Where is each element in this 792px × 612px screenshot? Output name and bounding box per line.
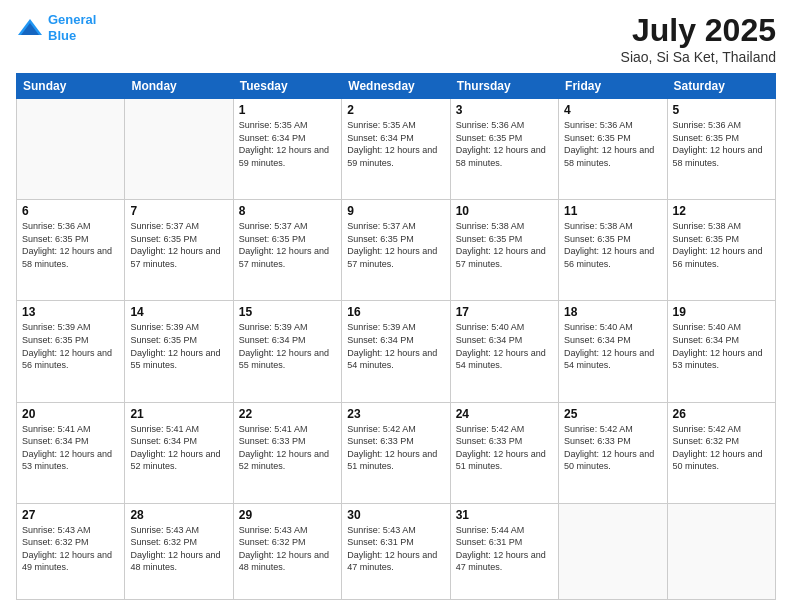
day-info: Sunrise: 5:38 AM Sunset: 6:35 PM Dayligh… bbox=[673, 220, 770, 270]
day-info: Sunrise: 5:39 AM Sunset: 6:34 PM Dayligh… bbox=[239, 321, 336, 371]
day-info: Sunrise: 5:39 AM Sunset: 6:35 PM Dayligh… bbox=[130, 321, 227, 371]
day-info: Sunrise: 5:37 AM Sunset: 6:35 PM Dayligh… bbox=[239, 220, 336, 270]
day-number: 29 bbox=[239, 508, 336, 522]
day-number: 21 bbox=[130, 407, 227, 421]
header-monday: Monday bbox=[125, 74, 233, 99]
calendar-week-row: 27Sunrise: 5:43 AM Sunset: 6:32 PM Dayli… bbox=[17, 503, 776, 599]
day-number: 10 bbox=[456, 204, 553, 218]
day-number: 31 bbox=[456, 508, 553, 522]
table-row bbox=[559, 503, 667, 599]
day-number: 22 bbox=[239, 407, 336, 421]
weekday-header-row: Sunday Monday Tuesday Wednesday Thursday… bbox=[17, 74, 776, 99]
calendar-week-row: 13Sunrise: 5:39 AM Sunset: 6:35 PM Dayli… bbox=[17, 301, 776, 402]
table-row: 13Sunrise: 5:39 AM Sunset: 6:35 PM Dayli… bbox=[17, 301, 125, 402]
table-row: 18Sunrise: 5:40 AM Sunset: 6:34 PM Dayli… bbox=[559, 301, 667, 402]
table-row bbox=[125, 99, 233, 200]
day-info: Sunrise: 5:40 AM Sunset: 6:34 PM Dayligh… bbox=[564, 321, 661, 371]
day-info: Sunrise: 5:43 AM Sunset: 6:32 PM Dayligh… bbox=[22, 524, 119, 574]
table-row: 16Sunrise: 5:39 AM Sunset: 6:34 PM Dayli… bbox=[342, 301, 450, 402]
logo: General Blue bbox=[16, 12, 96, 43]
day-info: Sunrise: 5:37 AM Sunset: 6:35 PM Dayligh… bbox=[130, 220, 227, 270]
day-info: Sunrise: 5:38 AM Sunset: 6:35 PM Dayligh… bbox=[456, 220, 553, 270]
table-row: 27Sunrise: 5:43 AM Sunset: 6:32 PM Dayli… bbox=[17, 503, 125, 599]
table-row: 2Sunrise: 5:35 AM Sunset: 6:34 PM Daylig… bbox=[342, 99, 450, 200]
day-info: Sunrise: 5:44 AM Sunset: 6:31 PM Dayligh… bbox=[456, 524, 553, 574]
day-number: 20 bbox=[22, 407, 119, 421]
day-number: 12 bbox=[673, 204, 770, 218]
day-number: 23 bbox=[347, 407, 444, 421]
day-number: 27 bbox=[22, 508, 119, 522]
day-info: Sunrise: 5:42 AM Sunset: 6:33 PM Dayligh… bbox=[564, 423, 661, 473]
day-number: 28 bbox=[130, 508, 227, 522]
day-info: Sunrise: 5:36 AM Sunset: 6:35 PM Dayligh… bbox=[22, 220, 119, 270]
day-info: Sunrise: 5:35 AM Sunset: 6:34 PM Dayligh… bbox=[239, 119, 336, 169]
day-number: 5 bbox=[673, 103, 770, 117]
day-number: 24 bbox=[456, 407, 553, 421]
day-number: 4 bbox=[564, 103, 661, 117]
day-info: Sunrise: 5:42 AM Sunset: 6:32 PM Dayligh… bbox=[673, 423, 770, 473]
calendar: Sunday Monday Tuesday Wednesday Thursday… bbox=[16, 73, 776, 600]
table-row: 23Sunrise: 5:42 AM Sunset: 6:33 PM Dayli… bbox=[342, 402, 450, 503]
header-tuesday: Tuesday bbox=[233, 74, 341, 99]
day-info: Sunrise: 5:41 AM Sunset: 6:34 PM Dayligh… bbox=[22, 423, 119, 473]
day-info: Sunrise: 5:40 AM Sunset: 6:34 PM Dayligh… bbox=[456, 321, 553, 371]
table-row: 31Sunrise: 5:44 AM Sunset: 6:31 PM Dayli… bbox=[450, 503, 558, 599]
day-info: Sunrise: 5:41 AM Sunset: 6:33 PM Dayligh… bbox=[239, 423, 336, 473]
table-row bbox=[667, 503, 775, 599]
page: General Blue July 2025 Siao, Si Sa Ket, … bbox=[0, 0, 792, 612]
day-number: 1 bbox=[239, 103, 336, 117]
day-info: Sunrise: 5:36 AM Sunset: 6:35 PM Dayligh… bbox=[673, 119, 770, 169]
day-info: Sunrise: 5:36 AM Sunset: 6:35 PM Dayligh… bbox=[456, 119, 553, 169]
header-thursday: Thursday bbox=[450, 74, 558, 99]
table-row: 5Sunrise: 5:36 AM Sunset: 6:35 PM Daylig… bbox=[667, 99, 775, 200]
day-info: Sunrise: 5:41 AM Sunset: 6:34 PM Dayligh… bbox=[130, 423, 227, 473]
header-friday: Friday bbox=[559, 74, 667, 99]
day-number: 14 bbox=[130, 305, 227, 319]
day-info: Sunrise: 5:36 AM Sunset: 6:35 PM Dayligh… bbox=[564, 119, 661, 169]
day-number: 11 bbox=[564, 204, 661, 218]
header-wednesday: Wednesday bbox=[342, 74, 450, 99]
day-info: Sunrise: 5:38 AM Sunset: 6:35 PM Dayligh… bbox=[564, 220, 661, 270]
table-row: 1Sunrise: 5:35 AM Sunset: 6:34 PM Daylig… bbox=[233, 99, 341, 200]
subtitle: Siao, Si Sa Ket, Thailand bbox=[621, 49, 776, 65]
table-row: 25Sunrise: 5:42 AM Sunset: 6:33 PM Dayli… bbox=[559, 402, 667, 503]
table-row: 28Sunrise: 5:43 AM Sunset: 6:32 PM Dayli… bbox=[125, 503, 233, 599]
day-info: Sunrise: 5:39 AM Sunset: 6:35 PM Dayligh… bbox=[22, 321, 119, 371]
calendar-week-row: 6Sunrise: 5:36 AM Sunset: 6:35 PM Daylig… bbox=[17, 200, 776, 301]
day-info: Sunrise: 5:42 AM Sunset: 6:33 PM Dayligh… bbox=[347, 423, 444, 473]
day-number: 6 bbox=[22, 204, 119, 218]
main-title: July 2025 bbox=[621, 12, 776, 49]
calendar-week-row: 1Sunrise: 5:35 AM Sunset: 6:34 PM Daylig… bbox=[17, 99, 776, 200]
table-row: 8Sunrise: 5:37 AM Sunset: 6:35 PM Daylig… bbox=[233, 200, 341, 301]
title-block: July 2025 Siao, Si Sa Ket, Thailand bbox=[621, 12, 776, 65]
table-row: 14Sunrise: 5:39 AM Sunset: 6:35 PM Dayli… bbox=[125, 301, 233, 402]
header-saturday: Saturday bbox=[667, 74, 775, 99]
table-row: 17Sunrise: 5:40 AM Sunset: 6:34 PM Dayli… bbox=[450, 301, 558, 402]
calendar-week-row: 20Sunrise: 5:41 AM Sunset: 6:34 PM Dayli… bbox=[17, 402, 776, 503]
day-number: 17 bbox=[456, 305, 553, 319]
day-info: Sunrise: 5:37 AM Sunset: 6:35 PM Dayligh… bbox=[347, 220, 444, 270]
table-row: 19Sunrise: 5:40 AM Sunset: 6:34 PM Dayli… bbox=[667, 301, 775, 402]
day-number: 13 bbox=[22, 305, 119, 319]
day-info: Sunrise: 5:43 AM Sunset: 6:32 PM Dayligh… bbox=[239, 524, 336, 574]
day-number: 30 bbox=[347, 508, 444, 522]
day-info: Sunrise: 5:43 AM Sunset: 6:32 PM Dayligh… bbox=[130, 524, 227, 574]
day-number: 7 bbox=[130, 204, 227, 218]
table-row: 20Sunrise: 5:41 AM Sunset: 6:34 PM Dayli… bbox=[17, 402, 125, 503]
day-number: 16 bbox=[347, 305, 444, 319]
day-number: 19 bbox=[673, 305, 770, 319]
day-info: Sunrise: 5:43 AM Sunset: 6:31 PM Dayligh… bbox=[347, 524, 444, 574]
table-row: 15Sunrise: 5:39 AM Sunset: 6:34 PM Dayli… bbox=[233, 301, 341, 402]
table-row: 4Sunrise: 5:36 AM Sunset: 6:35 PM Daylig… bbox=[559, 99, 667, 200]
table-row: 22Sunrise: 5:41 AM Sunset: 6:33 PM Dayli… bbox=[233, 402, 341, 503]
day-number: 15 bbox=[239, 305, 336, 319]
table-row: 12Sunrise: 5:38 AM Sunset: 6:35 PM Dayli… bbox=[667, 200, 775, 301]
day-number: 18 bbox=[564, 305, 661, 319]
day-info: Sunrise: 5:42 AM Sunset: 6:33 PM Dayligh… bbox=[456, 423, 553, 473]
table-row: 24Sunrise: 5:42 AM Sunset: 6:33 PM Dayli… bbox=[450, 402, 558, 503]
day-number: 26 bbox=[673, 407, 770, 421]
day-number: 9 bbox=[347, 204, 444, 218]
table-row: 29Sunrise: 5:43 AM Sunset: 6:32 PM Dayli… bbox=[233, 503, 341, 599]
logo-icon bbox=[16, 17, 44, 39]
header-sunday: Sunday bbox=[17, 74, 125, 99]
